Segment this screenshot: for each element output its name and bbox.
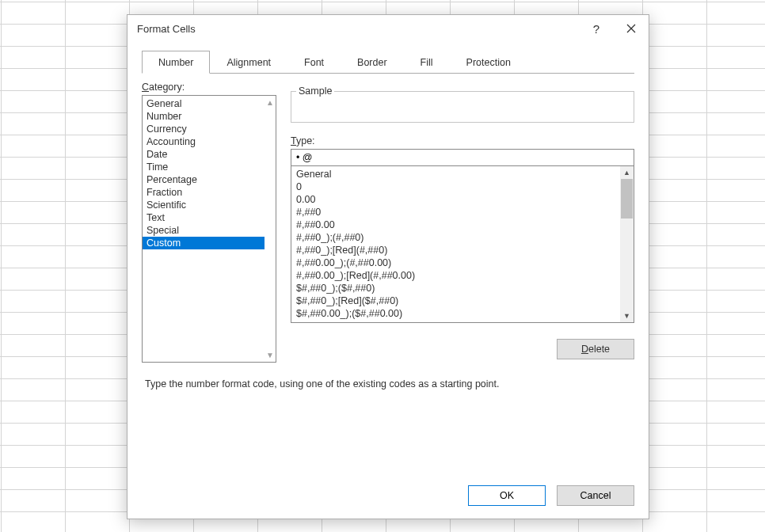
- type-item[interactable]: 0.00: [291, 193, 620, 206]
- close-button[interactable]: [614, 15, 649, 42]
- format-cells-dialog: Format Cells ? Number Alignment Font Bor…: [127, 14, 649, 519]
- category-item-scientific[interactable]: Scientific: [143, 199, 265, 211]
- tab-fill[interactable]: Fill: [404, 51, 450, 74]
- dialog-footer: OK Cancel: [128, 474, 649, 519]
- category-item-special[interactable]: Special: [143, 224, 265, 237]
- category-listbox[interactable]: General Number Currency Accounting Date …: [142, 95, 276, 363]
- scrollbar-thumb[interactable]: [621, 179, 633, 218]
- type-listbox[interactable]: General 0 0.00 #,##0 #,##0.00 #,##0_);(#…: [291, 166, 634, 323]
- type-item[interactable]: $#,##0_);[Red]($#,##0): [291, 294, 620, 307]
- category-item-percentage[interactable]: Percentage: [143, 173, 265, 186]
- tab-alignment[interactable]: Alignment: [210, 51, 287, 74]
- category-item-fraction[interactable]: Fraction: [143, 186, 265, 199]
- sample-box: Sample: [291, 91, 634, 123]
- scroll-up-icon: ▲: [266, 96, 274, 109]
- type-item[interactable]: $#,##0.00_);($#,##0.00): [291, 307, 620, 320]
- tab-border[interactable]: Border: [341, 51, 404, 74]
- hint-text: Type the number format code, using one o…: [128, 363, 649, 390]
- dialog-title: Format Cells: [137, 23, 196, 35]
- type-item[interactable]: #,##0.00: [291, 218, 620, 231]
- tab-number[interactable]: Number: [142, 51, 210, 74]
- type-item[interactable]: #,##0_);[Red](#,##0): [291, 244, 620, 256]
- category-item-date[interactable]: Date: [143, 148, 265, 161]
- sample-label: Sample: [296, 86, 334, 97]
- type-item[interactable]: #,##0.00_);(#,##0.00): [291, 256, 620, 269]
- category-item-text[interactable]: Text: [143, 211, 265, 224]
- scroll-up-icon: ▲: [620, 166, 634, 179]
- type-item[interactable]: $#,##0_);($#,##0): [291, 282, 620, 294]
- category-item-time[interactable]: Time: [143, 161, 265, 173]
- type-item[interactable]: #,##0_);(#,##0): [291, 231, 620, 244]
- close-icon: [626, 24, 636, 33]
- type-input[interactable]: [291, 149, 634, 166]
- type-scrollbar[interactable]: ▲ ▼: [620, 166, 634, 322]
- type-item[interactable]: General: [291, 168, 620, 180]
- scroll-down-icon: ▼: [620, 310, 634, 322]
- type-item[interactable]: #,##0: [291, 206, 620, 218]
- category-column: Category: General Number Currency Accoun…: [142, 82, 276, 363]
- category-item-number[interactable]: Number: [143, 110, 265, 123]
- delete-button[interactable]: Delete: [557, 339, 634, 359]
- category-item-general[interactable]: General: [143, 97, 265, 110]
- category-item-accounting[interactable]: Accounting: [143, 135, 265, 148]
- category-scrollbar[interactable]: ▲ ▼: [265, 96, 276, 362]
- titlebar: Format Cells ?: [128, 15, 649, 42]
- dialog-content: Category: General Number Currency Accoun…: [128, 74, 649, 363]
- help-button[interactable]: ?: [579, 15, 614, 42]
- right-column: Sample Type: General 0 0.00 #,##0 #,##0.…: [291, 82, 634, 363]
- cancel-button[interactable]: Cancel: [557, 485, 634, 506]
- ok-button[interactable]: OK: [468, 485, 546, 506]
- type-item[interactable]: #,##0.00_);[Red](#,##0.00): [291, 269, 620, 282]
- tab-font[interactable]: Font: [287, 51, 341, 74]
- category-label: Category:: [142, 82, 276, 93]
- tab-strip: Number Alignment Font Border Fill Protec…: [142, 50, 634, 74]
- type-section: Type: General 0 0.00 #,##0 #,##0.00 #,##…: [291, 135, 634, 323]
- category-item-custom[interactable]: Custom: [143, 237, 265, 249]
- scroll-down-icon: ▼: [266, 348, 274, 362]
- tab-protection[interactable]: Protection: [450, 51, 527, 74]
- type-label: Type:: [291, 135, 315, 146]
- category-item-currency[interactable]: Currency: [143, 123, 265, 135]
- type-item[interactable]: 0: [291, 180, 620, 193]
